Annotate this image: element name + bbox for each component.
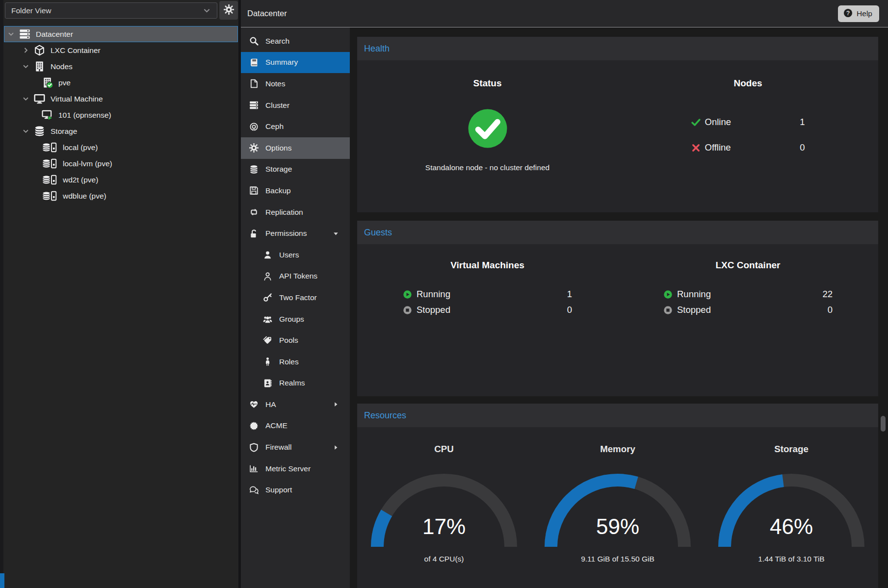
menu-item-api-tokens[interactable]: API Tokens bbox=[241, 266, 350, 287]
expander-chevron-down-icon[interactable] bbox=[22, 63, 34, 71]
tree-item-storage-local-lvm[interactable]: local-lvm (pve) bbox=[4, 155, 238, 172]
desktop-icon bbox=[34, 93, 47, 104]
lxc-heading: LXC Container bbox=[618, 260, 878, 271]
status-ok-icon bbox=[468, 108, 508, 149]
menu-item-groups[interactable]: Groups bbox=[241, 308, 350, 330]
seal-icon bbox=[249, 421, 259, 431]
database-drive-icon bbox=[42, 174, 59, 185]
expander-chevron-down-icon[interactable] bbox=[22, 128, 34, 135]
offline-count: 0 bbox=[800, 142, 805, 153]
menu-item-roles[interactable]: Roles bbox=[241, 351, 350, 373]
menu-item-options[interactable]: Options bbox=[241, 137, 350, 159]
menu-item-two-factor[interactable]: Two Factor bbox=[241, 287, 350, 308]
menu-item-replication[interactable]: Replication bbox=[241, 202, 350, 223]
tree-item-vm-101[interactable]: 101 (opnsense) bbox=[4, 107, 238, 123]
online-count: 1 bbox=[800, 117, 805, 128]
book-icon bbox=[249, 58, 259, 67]
help-button[interactable]: Help bbox=[838, 5, 879, 22]
tags-icon bbox=[263, 336, 272, 345]
main-section: Datacenter Help Search Summary Notes Clu… bbox=[241, 0, 888, 588]
storage-gauge-arc bbox=[713, 468, 870, 554]
note-icon bbox=[249, 79, 259, 88]
desktop-play-icon bbox=[42, 109, 55, 121]
menu-item-support[interactable]: Support bbox=[241, 479, 350, 501]
cpu-gauge-sublabel: of 4 CPU(s) bbox=[357, 555, 531, 563]
server-icon bbox=[19, 28, 32, 40]
user-icon bbox=[263, 250, 272, 259]
tree-item-virtual-machine[interactable]: Virtual Machine bbox=[4, 91, 238, 107]
ceph-icon bbox=[249, 122, 259, 131]
menu-item-firewall[interactable]: Firewall bbox=[241, 436, 350, 458]
tree-item-datacenter[interactable]: Datacenter bbox=[4, 26, 238, 42]
bar-chart-icon bbox=[249, 464, 259, 473]
unlock-icon bbox=[249, 229, 259, 238]
vm-running-row: Running 1 bbox=[403, 288, 572, 300]
vm-stopped-count: 0 bbox=[567, 305, 572, 315]
view-mode-select[interactable]: Folder View bbox=[5, 2, 217, 19]
heartbeat-icon bbox=[249, 400, 259, 409]
storage-gauge-sublabel: 1.44 TiB of 3.10 TiB bbox=[705, 555, 878, 563]
comments-icon bbox=[249, 486, 259, 495]
memory-gauge-arc bbox=[539, 468, 696, 554]
tree-item-label: Storage bbox=[51, 127, 77, 136]
guests-panel: Guests Virtual Machines Running 1 bbox=[357, 221, 878, 396]
menu-item-realms[interactable]: Realms bbox=[241, 373, 350, 394]
menu-item-backup[interactable]: Backup bbox=[241, 180, 350, 202]
menu-item-permissions[interactable]: Permissions bbox=[241, 223, 350, 244]
menu-item-ceph[interactable]: Ceph bbox=[241, 116, 350, 137]
menu-item-acme[interactable]: ACME bbox=[241, 415, 350, 437]
menu-item-notes[interactable]: Notes bbox=[241, 73, 350, 95]
database-icon bbox=[34, 126, 47, 137]
menu-item-search[interactable]: Search bbox=[241, 30, 350, 52]
tree-item-label: local-lvm (pve) bbox=[63, 159, 112, 168]
menu-item-ha[interactable]: HA bbox=[241, 394, 350, 415]
database-drive-icon bbox=[42, 190, 59, 202]
lxc-stopped-count: 0 bbox=[828, 305, 833, 315]
nodes-heading: Nodes bbox=[618, 78, 878, 89]
tree-item-storage-wdblue[interactable]: wdblue (pve) bbox=[4, 188, 238, 204]
caret-right-icon bbox=[332, 401, 340, 408]
menu-item-storage[interactable]: Storage bbox=[241, 159, 350, 180]
tree-item-storage[interactable]: Storage bbox=[4, 123, 238, 139]
menu-item-summary[interactable]: Summary bbox=[241, 52, 350, 74]
tree-item-nodes[interactable]: Nodes bbox=[4, 58, 238, 75]
menu-item-pools[interactable]: Pools bbox=[241, 330, 350, 351]
vm-heading: Virtual Machines bbox=[357, 260, 618, 271]
expander-chevron-down-icon[interactable] bbox=[7, 30, 19, 38]
storage-gauge-title: Storage bbox=[705, 444, 878, 455]
health-panel: Health Status Standalone node - no clust… bbox=[357, 37, 878, 212]
floppy-icon bbox=[249, 186, 259, 195]
summary-content: Health Status Standalone node - no clust… bbox=[350, 27, 888, 588]
nodes-status-column: Nodes Online 1 Offline 0 bbox=[618, 60, 878, 212]
lxc-stopped-row: Stopped 0 bbox=[663, 304, 833, 316]
lxc-column: LXC Container Running 22 Stopped bbox=[618, 244, 878, 396]
tree-item-storage-wd2t[interactable]: wd2t (pve) bbox=[4, 172, 238, 188]
expander-chevron-down-icon[interactable] bbox=[22, 95, 34, 103]
vertical-scrollbar-thumb[interactable] bbox=[881, 416, 886, 432]
tree-item-label: LXC Container bbox=[51, 46, 101, 55]
building-icon bbox=[34, 61, 47, 72]
resource-tree-panel: Folder View Datacenter LXC Container bbox=[0, 0, 238, 588]
cpu-gauge-arc bbox=[366, 468, 522, 554]
menu-item-users[interactable]: Users bbox=[241, 244, 350, 266]
database-drive-icon bbox=[42, 142, 59, 153]
bottom-left-accent bbox=[0, 573, 4, 588]
gear-icon bbox=[249, 143, 259, 153]
play-circle-icon bbox=[663, 290, 673, 299]
tree-item-label: Datacenter bbox=[36, 30, 73, 39]
content-header: Datacenter Help bbox=[241, 0, 888, 27]
menu-item-cluster[interactable]: Cluster bbox=[241, 95, 350, 116]
tree-settings-button[interactable] bbox=[219, 1, 238, 20]
stop-circle-icon bbox=[403, 306, 412, 315]
tree-item-storage-local[interactable]: local (pve) bbox=[4, 139, 238, 155]
tree-item-lxc-container[interactable]: LXC Container bbox=[4, 42, 238, 58]
memory-gauge-title: Memory bbox=[531, 444, 705, 455]
memory-gauge-sublabel: 9.11 GiB of 15.50 GiB bbox=[531, 555, 705, 563]
tree-item-pve[interactable]: pve bbox=[4, 75, 238, 91]
resource-tree: Datacenter LXC Container Nodes pve Virtu… bbox=[0, 23, 238, 204]
lxc-running-count: 22 bbox=[822, 289, 833, 300]
tree-item-label: pve bbox=[58, 78, 71, 87]
expander-chevron-right-icon[interactable] bbox=[22, 47, 34, 54]
memory-gauge: Memory 59% 9.11 GiB of 15.50 GiB bbox=[531, 427, 705, 588]
menu-item-metric-server[interactable]: Metric Server bbox=[241, 458, 350, 480]
